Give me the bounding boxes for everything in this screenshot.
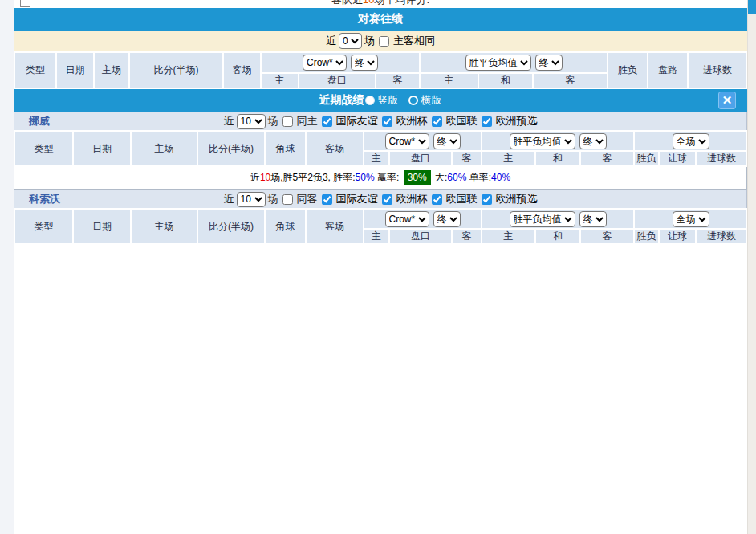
recent-table-norway: 类型 日期 主场 比分(半场) 角球 客场 Crow* 终 胜平负均值 bbox=[14, 130, 748, 167]
bookmaker-select[interactable]: Crow* bbox=[385, 133, 429, 149]
near-label: 近 bbox=[224, 192, 234, 206]
league-checkbox[interactable] bbox=[382, 194, 392, 205]
league-checkbox[interactable] bbox=[482, 116, 492, 127]
league-checkbox[interactable] bbox=[432, 116, 442, 127]
col-header-mean-away: 客 bbox=[580, 151, 634, 166]
near-count-select[interactable]: 10 bbox=[237, 192, 266, 207]
h2h-title: 对赛往绩 bbox=[358, 12, 403, 26]
league-label: 欧洲预选 bbox=[496, 192, 538, 206]
left-gutter bbox=[0, 0, 14, 534]
horizontal-layout-label: 横版 bbox=[421, 93, 442, 108]
close-icon: ✕ bbox=[722, 93, 733, 107]
col-header-handicap: 盘口 bbox=[389, 229, 452, 244]
mean-odds-select[interactable]: 胜平负均值 bbox=[510, 133, 575, 149]
away-avg-rating-label: 客队近10场平均评分: bbox=[14, 0, 747, 7]
summary-segment: 40% bbox=[491, 172, 510, 183]
col-header-let-goal: 让球 bbox=[659, 229, 696, 244]
col-header-mean-away: 客 bbox=[580, 229, 634, 244]
same-venue-label: 同主 bbox=[297, 114, 318, 128]
page: 客队近10场平均评分: 对赛往绩 近 0 场 主客相同 类型 bbox=[0, 0, 756, 534]
games-label: 场 bbox=[364, 34, 375, 48]
col-header-odds-home: 主 bbox=[364, 229, 389, 244]
scope-select[interactable]: 全场 bbox=[673, 211, 709, 227]
team-section-header: 挪威 近 10 场 同主 国际友谊 欧洲杯 欧国联 欧洲预选 bbox=[14, 112, 747, 130]
final-odds-select[interactable]: 终 bbox=[535, 55, 563, 71]
same-venue-checkbox[interactable] bbox=[282, 194, 293, 205]
h2h-near-select[interactable]: 0 bbox=[339, 33, 362, 49]
col-header-mean-home: 主 bbox=[482, 151, 535, 166]
same-venue-label: 同客 bbox=[297, 192, 318, 206]
league-label: 欧洲杯 bbox=[396, 114, 428, 128]
final-odds-select[interactable]: 终 bbox=[579, 133, 607, 149]
summary-segment: 30% bbox=[404, 170, 431, 185]
main-panel: 客队近10场平均评分: 对赛往绩 近 0 场 主客相同 类型 bbox=[14, 0, 747, 534]
recent-title: 近期战绩 bbox=[319, 93, 364, 108]
near-count-select[interactable]: 10 bbox=[237, 114, 266, 129]
col-header-type: 类型 bbox=[14, 52, 56, 88]
col-header-home: 主场 bbox=[131, 209, 197, 244]
col-header-score: 比分(半场) bbox=[129, 52, 223, 88]
final-odds-select[interactable]: 终 bbox=[433, 133, 461, 149]
mean-odds-select[interactable]: 胜平负均值 bbox=[510, 211, 575, 227]
col-header-odds-away: 客 bbox=[452, 151, 482, 166]
team-section-header: 科索沃 近 10 场 同客 国际友谊 欧洲杯 欧国联 欧洲预选 bbox=[14, 190, 747, 208]
scrollbar-thumb[interactable] bbox=[748, 0, 756, 14]
col-header-home: 主场 bbox=[131, 131, 197, 166]
h2h-filter-row: 近 0 场 主客相同 bbox=[14, 31, 747, 51]
mean-odds-select[interactable]: 胜平负均值 bbox=[465, 55, 531, 71]
team-name: 科索沃 bbox=[29, 192, 60, 206]
league-checkbox[interactable] bbox=[482, 194, 492, 205]
col-header-goals: 进球数 bbox=[688, 52, 747, 88]
col-header-odds-home: 主 bbox=[261, 73, 299, 88]
col-header-odds-away: 客 bbox=[452, 229, 482, 244]
bookmaker-select[interactable]: Crow* bbox=[385, 211, 429, 227]
col-header-mean-home: 主 bbox=[420, 73, 478, 88]
col-header-mean-draw: 和 bbox=[535, 151, 580, 166]
col-header-score: 比分(半场) bbox=[197, 209, 265, 244]
league-checkbox[interactable] bbox=[432, 194, 442, 205]
summary-segment: 10 bbox=[260, 172, 270, 183]
final-odds-select[interactable]: 终 bbox=[433, 211, 461, 227]
league-label: 国际友谊 bbox=[336, 192, 378, 206]
col-header-type: 类型 bbox=[14, 131, 73, 166]
league-checkbox[interactable] bbox=[322, 194, 332, 205]
league-checkbox[interactable] bbox=[322, 116, 332, 127]
col-header-handicap: 盘口 bbox=[389, 151, 452, 166]
team-filter-row: 近 10 场 同客 国际友谊 欧洲杯 欧国联 欧洲预选 bbox=[224, 192, 538, 207]
league-label: 国际友谊 bbox=[336, 114, 378, 128]
summary-segment: 单率: bbox=[466, 172, 491, 183]
same-home-away-label: 主客相同 bbox=[393, 34, 435, 48]
col-header-corners: 角球 bbox=[265, 131, 306, 166]
final-odds-select[interactable]: 终 bbox=[351, 55, 378, 71]
col-header-result: 胜负 bbox=[634, 151, 659, 166]
horizontal-layout-radio[interactable] bbox=[408, 96, 418, 105]
col-header-date: 日期 bbox=[73, 131, 131, 166]
cut-off-control bbox=[20, 0, 30, 7]
col-header-trend: 盘路 bbox=[648, 52, 688, 88]
col-header-type: 类型 bbox=[14, 209, 73, 244]
league-checkbox[interactable] bbox=[382, 116, 392, 127]
col-header-score: 比分(半场) bbox=[197, 131, 265, 166]
vertical-layout-radio[interactable] bbox=[365, 96, 375, 105]
close-button[interactable]: ✕ bbox=[718, 92, 736, 109]
summary-bar: 近10场,胜5平2负3, 胜率:50% 赢率: 30% 大:60% 单率:40% bbox=[14, 167, 747, 190]
vertical-layout-label: 竖版 bbox=[378, 93, 399, 108]
cut-off-row: 客队近10场平均评分: bbox=[14, 0, 747, 8]
bookmaker-select[interactable]: Crow* bbox=[303, 55, 347, 71]
scrollbar bbox=[747, 0, 756, 534]
recent-header-bar: 近期战绩 竖版 横版 ✕ bbox=[14, 89, 747, 112]
same-venue-checkbox[interactable] bbox=[282, 116, 293, 127]
same-home-away-checkbox[interactable] bbox=[379, 36, 389, 47]
near-label: 近 bbox=[224, 114, 234, 128]
col-header-mean-home: 主 bbox=[482, 229, 535, 244]
final-odds-select[interactable]: 终 bbox=[579, 211, 607, 227]
col-header-date: 日期 bbox=[56, 52, 94, 88]
col-header-result: 胜负 bbox=[608, 52, 648, 88]
summary-segment: 60% bbox=[447, 172, 466, 183]
col-header-let-goal: 让球 bbox=[659, 151, 696, 166]
summary-segment: 近 bbox=[250, 172, 260, 183]
summary-segment: 赢率: bbox=[375, 172, 402, 183]
scope-select[interactable]: 全场 bbox=[673, 133, 709, 149]
h2h-table: 类型 日期 主场 比分(半场) 客场 Crow* 终 胜平负均值 bbox=[14, 51, 748, 89]
col-header-goals: 进球数 bbox=[696, 151, 747, 166]
